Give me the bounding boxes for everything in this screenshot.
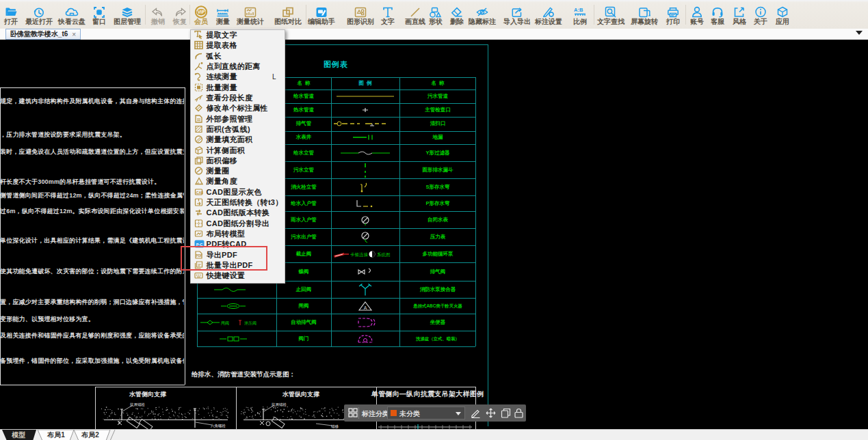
svg-text:A: A <box>364 305 367 310</box>
svg-text:泄压阀: 泄压阀 <box>244 320 257 326</box>
svg-text:闸阀: 闸阀 <box>221 321 229 326</box>
svg-text:抗震锚栓: 抗震锚栓 <box>130 402 146 407</box>
svg-text:A:B: A:B <box>574 7 583 13</box>
svg-text:抗震锚栓: 抗震锚栓 <box>272 402 287 407</box>
svg-text:卡箍连接: 卡箍连接 <box>350 252 369 257</box>
svg-text:系统图: 系统图 <box>377 252 391 258</box>
svg-text:VIP: VIP <box>198 10 205 14</box>
svg-text:六角螺栓: 六角螺栓 <box>211 424 226 428</box>
svg-text:锚移: 锚移 <box>331 424 339 429</box>
svg-text:CAD: CAD <box>196 190 202 194</box>
